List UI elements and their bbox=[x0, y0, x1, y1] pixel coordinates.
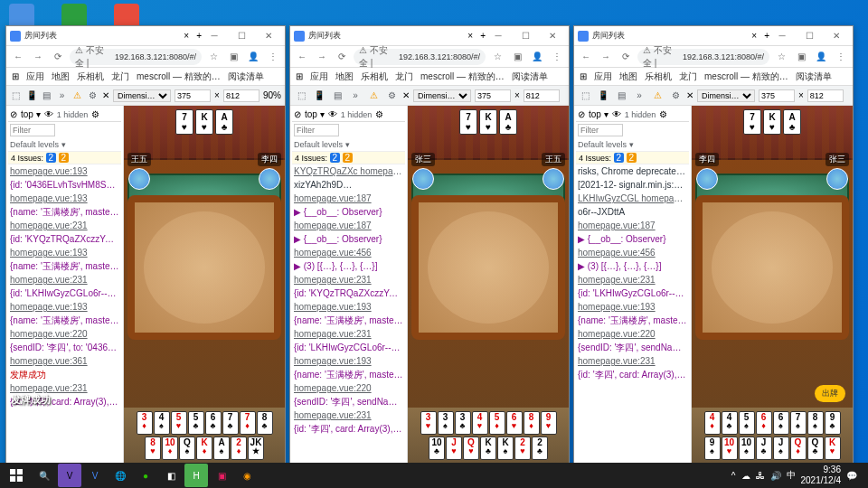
playing-card[interactable]: 2♦ bbox=[231, 436, 247, 460]
playing-card[interactable]: 7♥ bbox=[175, 109, 193, 135]
apps-icon[interactable]: ⊞ bbox=[296, 71, 303, 81]
playing-card[interactable]: Q♥ bbox=[463, 436, 479, 460]
close-tab-icon[interactable]: × bbox=[467, 31, 473, 41]
playing-card[interactable]: 4♦ bbox=[704, 411, 721, 435]
playing-card[interactable]: 6♦ bbox=[756, 411, 772, 435]
menu-icon[interactable]: ⋮ bbox=[833, 49, 849, 65]
top-dropdown[interactable]: top ▾ bbox=[21, 109, 41, 119]
gear-icon[interactable]: ⚙ bbox=[91, 109, 99, 119]
playing-card[interactable]: 5♣ bbox=[188, 411, 204, 435]
maximize-button[interactable]: ☐ bbox=[229, 28, 254, 44]
forward-button[interactable]: → bbox=[314, 49, 330, 65]
taskbar-app[interactable]: V bbox=[83, 464, 107, 487]
extension-icon[interactable]: ▣ bbox=[225, 49, 241, 65]
address-bar[interactable]: ⚠ 不安全 | 192.168.3.121:8080/#/ bbox=[354, 49, 486, 65]
filter-input[interactable] bbox=[10, 124, 55, 136]
playing-card[interactable]: 7♥ bbox=[459, 109, 477, 135]
bookmark[interactable]: 乐相机 bbox=[77, 70, 104, 83]
playing-card[interactable]: 9♠ bbox=[704, 436, 721, 460]
playing-card[interactable]: 9♥ bbox=[541, 411, 557, 435]
console-panel[interactable]: ⊘top ▾👁1 hidden⚙Default levels ▾4 Issues… bbox=[290, 106, 408, 465]
height-input[interactable] bbox=[807, 89, 844, 102]
playing-card[interactable]: Q♠ bbox=[179, 436, 195, 460]
close-devtools-icon[interactable]: ✕ bbox=[686, 90, 693, 100]
taskbar-app[interactable]: H bbox=[184, 464, 208, 487]
reload-button[interactable]: ⟳ bbox=[50, 49, 66, 65]
playing-card[interactable]: Q♣ bbox=[807, 436, 824, 460]
clear-console-icon[interactable]: ⊘ bbox=[294, 109, 301, 119]
device-icon[interactable]: 📱 bbox=[312, 89, 326, 103]
close-button[interactable]: ✕ bbox=[256, 28, 281, 44]
clock[interactable]: 9:362021/12/4 bbox=[801, 465, 842, 486]
playing-card[interactable]: 3♣ bbox=[455, 411, 471, 435]
bookmark[interactable]: mescroll — 精致的… bbox=[704, 70, 788, 83]
playing-card[interactable]: 6♣ bbox=[205, 411, 222, 435]
menu-icon[interactable]: ⋮ bbox=[549, 49, 565, 65]
minimize-button[interactable]: ─ bbox=[769, 28, 795, 44]
playing-card[interactable]: JK★ bbox=[248, 436, 264, 460]
bookmark[interactable]: 阅读清单 bbox=[228, 70, 264, 83]
taskbar-app[interactable]: ▣ bbox=[210, 464, 233, 487]
playing-card[interactable]: 5♠ bbox=[739, 411, 755, 435]
playing-card[interactable]: 7♦ bbox=[240, 411, 256, 435]
playing-card[interactable]: K♥ bbox=[195, 109, 213, 135]
address-bar[interactable]: ⚠ 不安全 | 192.168.3.121:8080/#/ bbox=[637, 49, 769, 65]
width-input[interactable] bbox=[475, 89, 511, 102]
eye-icon[interactable]: 👁 bbox=[612, 109, 621, 119]
bookmark[interactable]: mescroll — 精致的… bbox=[137, 70, 221, 83]
issues-bar[interactable]: 4 Issues: 2 2 bbox=[576, 151, 689, 164]
system-tray[interactable]: ^ ☁ 🖧 🔊 中 9:362021/12/4 💬 bbox=[731, 465, 864, 486]
maximize-button[interactable]: ☐ bbox=[797, 28, 822, 44]
close-button[interactable]: ✕ bbox=[824, 28, 849, 44]
elements-icon[interactable]: ▤ bbox=[41, 89, 52, 103]
playing-card[interactable]: 8♣ bbox=[257, 411, 273, 435]
top-dropdown[interactable]: top ▾ bbox=[305, 109, 325, 119]
console-panel[interactable]: ⊘top ▾👁1 hidden⚙Default levels ▾4 Issues… bbox=[574, 106, 692, 465]
clear-console-icon[interactable]: ⊘ bbox=[578, 109, 585, 119]
titlebar[interactable]: 房间列表 × + ─ ☐ ✕ bbox=[6, 26, 285, 46]
more-icon[interactable]: » bbox=[56, 89, 68, 103]
clear-console-icon[interactable]: ⊘ bbox=[10, 109, 17, 119]
dimension-select[interactable]: Dimensi… bbox=[697, 89, 755, 102]
playing-card[interactable]: 4♣ bbox=[722, 411, 738, 435]
bookmark[interactable]: mescroll — 精致的… bbox=[420, 70, 505, 83]
bookmark[interactable]: 龙门 bbox=[679, 70, 697, 83]
back-button[interactable]: ← bbox=[10, 49, 26, 65]
filter-input[interactable] bbox=[294, 124, 339, 136]
playing-card[interactable]: 10♦ bbox=[162, 436, 178, 460]
elements-icon[interactable]: ▤ bbox=[330, 89, 344, 103]
playing-card[interactable]: 3♦ bbox=[137, 411, 153, 435]
close-button[interactable]: ✕ bbox=[540, 28, 565, 44]
bookmark[interactable]: 地图 bbox=[52, 70, 70, 83]
playing-card[interactable]: J♥ bbox=[446, 436, 462, 460]
width-input[interactable] bbox=[175, 89, 211, 102]
bookmark[interactable]: 龙门 bbox=[395, 70, 413, 83]
playing-card[interactable]: 7♠ bbox=[790, 411, 807, 435]
taskbar-chrome[interactable]: 🌐 bbox=[108, 464, 132, 487]
play-button[interactable]: 出牌 bbox=[815, 385, 845, 402]
tray-net-icon[interactable]: 🖧 bbox=[756, 471, 765, 481]
taskbar-app[interactable]: ◉ bbox=[235, 464, 259, 487]
profile-icon[interactable]: 👤 bbox=[245, 49, 261, 65]
playing-card[interactable]: 5♥ bbox=[171, 411, 187, 435]
playing-card[interactable]: 10♥ bbox=[722, 436, 738, 460]
playing-card[interactable]: K♣ bbox=[480, 436, 496, 460]
warn-icon[interactable]: ⚠ bbox=[71, 89, 83, 103]
more-icon[interactable]: » bbox=[632, 89, 646, 103]
playing-card[interactable]: K♥ bbox=[763, 109, 781, 135]
playing-card[interactable]: K♥ bbox=[825, 436, 841, 460]
star-icon[interactable]: ☆ bbox=[489, 49, 505, 65]
tray-up-icon[interactable]: ^ bbox=[731, 471, 736, 481]
close-tab-icon[interactable]: × bbox=[751, 31, 757, 41]
start-button[interactable] bbox=[4, 463, 29, 488]
playing-card[interactable]: 3♠ bbox=[438, 411, 454, 435]
playing-card[interactable]: A♠ bbox=[213, 436, 230, 460]
forward-button[interactable]: → bbox=[30, 49, 46, 65]
profile-icon[interactable]: 👤 bbox=[813, 49, 829, 65]
taskbar-app[interactable]: ◧ bbox=[159, 464, 183, 487]
playing-card[interactable]: K♠ bbox=[497, 436, 514, 460]
close-tab-icon[interactable]: × bbox=[184, 31, 189, 41]
log-levels[interactable]: Default levels ▾ bbox=[576, 138, 689, 151]
issues-bar[interactable]: 4 Issues: 2 2 bbox=[292, 151, 405, 164]
apps-icon[interactable]: ⊞ bbox=[12, 71, 19, 81]
